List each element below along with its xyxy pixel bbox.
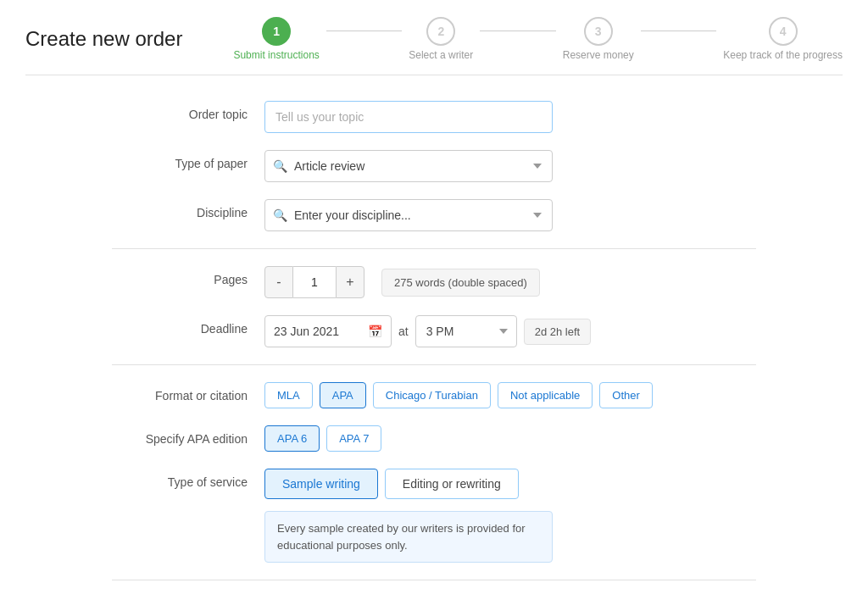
step-2[interactable]: 2 Select a writer [409,17,473,61]
divider-1 [112,248,756,249]
pages-minus-button[interactable]: - [264,266,293,298]
order-topic-input[interactable] [264,101,553,133]
discipline-select[interactable]: Enter your discipline... [264,199,553,231]
page-header: Create new order 1 Submit instructions 2… [25,17,843,75]
pages-content: - 1 + 275 words (double spaced) [264,266,756,298]
order-topic-label: Order topic [112,101,264,121]
pages-row: Pages - 1 + 275 words (double spaced) [112,266,756,298]
format-apa-button[interactable]: APA [320,382,366,408]
step-4-label: Keep track of the progress [723,49,843,61]
page-title: Create new order [25,27,182,51]
step-1-label: Submit instructions [233,49,319,61]
format-chicago-button[interactable]: Chicago / Turabian [373,382,491,408]
discipline-content: 🔍 Enter your discipline... [264,199,756,231]
pages-controls: - 1 + [264,266,364,298]
apa7-button[interactable]: APA 7 [326,425,381,452]
step-1[interactable]: 1 Submit instructions [233,17,319,61]
steps-container: 1 Submit instructions 2 Select a writer … [233,17,843,61]
discipline-label: Discipline [112,199,264,219]
step-2-circle: 2 [426,17,455,46]
deadline-date-display[interactable]: 23 Jun 2021 📅 [264,315,392,347]
step-line-2 [480,31,555,31]
apa-edition-content: APA 6 APA 7 [264,425,756,452]
step-2-label: Select a writer [409,49,473,61]
service-label: Type of service [112,469,264,489]
type-of-paper-row: Type of paper 🔍 Article review [112,150,756,182]
format-content: MLA APA Chicago / Turabian Not applicabl… [264,382,756,408]
step-3-label: Reserve money [563,49,634,61]
service-buttons: Sample writing Editing or rewriting [264,469,756,499]
service-content: Sample writing Editing or rewriting Ever… [264,469,756,563]
step-4[interactable]: 4 Keep track of the progress [723,17,843,61]
service-sample-writing-button[interactable]: Sample writing [264,469,378,499]
deadline-at-label: at [398,325,409,338]
deadline-label: Deadline [112,315,264,336]
service-row: Type of service Sample writing Editing o… [112,469,756,563]
service-editing-button[interactable]: Editing or rewriting [385,469,519,499]
deadline-time-left: 2d 2h left [524,319,592,345]
divider-3 [112,580,756,580]
divider-2 [112,364,756,365]
type-of-paper-wrapper: 🔍 Article review [264,150,553,182]
apa6-button[interactable]: APA 6 [264,425,320,452]
service-note: Every sample created by our writers is p… [264,511,553,563]
type-of-paper-select[interactable]: Article review [264,150,553,182]
deadline-row: Deadline 23 Jun 2021 📅 at 3 PM 2d 2h lef… [112,315,756,347]
step-1-circle: 1 [262,17,291,46]
discipline-row: Discipline 🔍 Enter your discipline... [112,199,756,231]
deadline-time-select[interactable]: 3 PM [415,315,517,347]
apa-edition-row: Specify APA edition APA 6 APA 7 [112,425,756,452]
format-other-button[interactable]: Other [599,382,653,408]
order-topic-row: Order topic [112,101,756,133]
step-3[interactable]: 3 Reserve money [563,17,634,61]
discipline-wrapper: 🔍 Enter your discipline... [264,199,553,231]
type-of-paper-label: Type of paper [112,150,264,170]
pages-label: Pages [112,266,264,286]
deadline-wrapper: 23 Jun 2021 📅 at 3 PM 2d 2h left [264,315,591,347]
deadline-content: 23 Jun 2021 📅 at 3 PM 2d 2h left [264,315,756,347]
pages-plus-button[interactable]: + [336,266,364,298]
step-3-circle: 3 [584,17,613,46]
calendar-icon: 📅 [368,325,382,338]
apa-edition-label: Specify APA edition [112,425,264,446]
words-info: 275 words (double spaced) [381,269,540,297]
step-line-3 [641,31,716,31]
format-not-applicable-button[interactable]: Not applicable [498,382,593,408]
format-row: Format or citation MLA APA Chicago / Tur… [112,382,756,408]
type-of-paper-content: 🔍 Article review [264,150,756,182]
order-form: Order topic Type of paper 🔍 Article revi… [112,101,756,594]
pages-count: 1 [293,266,336,298]
step-4-circle: 4 [769,17,798,46]
deadline-date-text: 23 Jun 2021 [274,325,339,338]
order-topic-content [264,101,756,133]
format-label: Format or citation [112,382,264,402]
step-line-1 [326,31,402,31]
format-mla-button[interactable]: MLA [264,382,313,408]
